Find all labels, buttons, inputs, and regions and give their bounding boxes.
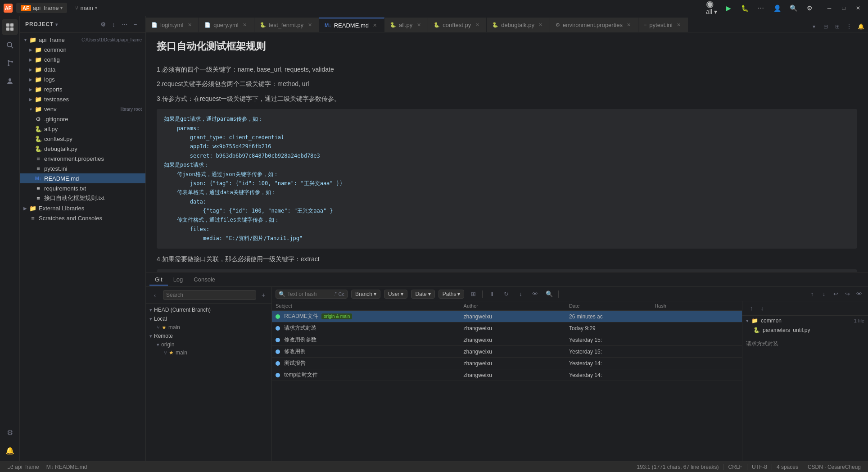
minimize-btn[interactable]: ─ xyxy=(823,2,836,14)
git-filter-paths[interactable]: Paths ▾ xyxy=(439,290,465,299)
tab-close-all[interactable]: ✕ xyxy=(415,21,422,28)
tab-close-test-fenmi[interactable]: ✕ xyxy=(306,21,313,28)
tree-item-requirements[interactable]: ≡ requirements.txt xyxy=(20,183,145,193)
git-commit-row-3[interactable]: 修改用例 zhangweixu Yesterday 15: xyxy=(272,346,742,358)
activity-notifications-icon[interactable]: 🔔 xyxy=(2,442,18,458)
tab-git[interactable]: Git xyxy=(149,274,168,286)
activity-git-icon[interactable] xyxy=(2,55,18,71)
tab-split-btn[interactable]: ⊟ xyxy=(820,21,831,32)
tree-item-scratches[interactable]: ≡ Scratches and Consoles xyxy=(20,213,145,223)
status-line-endings[interactable]: CRLF xyxy=(725,464,746,470)
git-remote-item[interactable]: ▾ Remote xyxy=(146,331,271,340)
tab-query[interactable]: 📄 query.yml ✕ xyxy=(199,18,254,32)
tree-item-common[interactable]: ▶ 📁 common xyxy=(20,45,145,54)
tab-list-btn[interactable]: ▾ xyxy=(809,21,819,32)
tree-item-config[interactable]: ▶ 📁 config xyxy=(20,54,145,64)
git-refresh-icon[interactable]: ↻ xyxy=(501,289,511,300)
git-filter-branch[interactable]: Branch ▾ xyxy=(351,290,380,299)
branch-selector[interactable]: ⑂ main ▾ xyxy=(71,3,101,13)
settings-btn[interactable]: ⚙ xyxy=(803,2,816,14)
git-expand-icon[interactable]: ↑ xyxy=(807,289,818,300)
tab-log[interactable]: Log xyxy=(168,274,189,286)
all-filter-btn[interactable]: 🔘 all ▾ xyxy=(706,2,719,14)
tab-login[interactable]: 📄 login.yml ✕ xyxy=(146,18,199,32)
git-collapse-icon[interactable]: ↓ xyxy=(818,289,829,300)
git-remote-origin-main[interactable]: ⑂ ★ main xyxy=(146,349,271,357)
git-undo-icon[interactable]: ↩ xyxy=(830,289,841,300)
panel-collapse-icon[interactable]: ↓ xyxy=(757,303,768,314)
tab-notification-btn[interactable]: 🔔 xyxy=(855,21,866,32)
git-changed-file-0[interactable]: 🐍 parameters_until.py xyxy=(742,326,868,335)
tab-pytest[interactable]: ≡ pytest.ini ✕ xyxy=(638,18,688,32)
status-indent[interactable]: 4 spaces xyxy=(773,464,802,470)
git-eye-icon[interactable]: 👁 xyxy=(529,289,540,300)
tree-item-conftest[interactable]: 🐍 conftest.py xyxy=(20,134,145,144)
tab-environment[interactable]: ⚙ environment.properties ✕ xyxy=(550,18,638,32)
tab-close-pytest[interactable]: ✕ xyxy=(675,21,683,28)
tree-item-logs[interactable]: ▶ 📁 logs xyxy=(20,74,145,84)
maximize-btn[interactable]: □ xyxy=(837,2,850,14)
project-selector[interactable]: AF api_frame ▾ xyxy=(16,3,67,13)
git-search2-icon[interactable]: 🔍 xyxy=(544,289,555,300)
git-commit-row-5[interactable]: temp临时文件 zhangweixu Yesterday 14: xyxy=(272,369,742,381)
tree-item-gitignore[interactable]: ⚙ .gitignore xyxy=(20,114,145,124)
git-filter-user[interactable]: User ▾ xyxy=(384,290,407,299)
tree-item-reports[interactable]: ▶ 📁 reports xyxy=(20,84,145,94)
tab-all[interactable]: 🐍 all.py ✕ xyxy=(384,18,428,32)
git-redo-icon[interactable]: ↪ xyxy=(842,289,853,300)
git-log-search-input[interactable] xyxy=(287,291,332,297)
sidebar-sort-icon[interactable]: ↕ xyxy=(109,20,118,29)
tab-close-query[interactable]: ✕ xyxy=(241,21,249,28)
tab-test-fenmi[interactable]: 🐍 test_fenmi.py ✕ xyxy=(254,18,319,32)
user-btn[interactable]: 👤 xyxy=(771,2,783,14)
tree-item-pytestini[interactable]: ≡ pytest.ini xyxy=(20,163,145,173)
activity-users-icon[interactable] xyxy=(2,73,18,89)
tree-item-debugtalk[interactable]: 🐍 debugtalk.py xyxy=(20,144,145,154)
close-btn[interactable]: ✕ xyxy=(852,2,864,14)
status-plugin[interactable]: CSDN · CesareCheug xyxy=(804,464,864,470)
tree-item-readme[interactable]: M↓ README.md xyxy=(20,173,145,183)
chevron-left-icon[interactable]: ‹ xyxy=(149,290,160,300)
tab-close-debugtalk[interactable]: ✕ xyxy=(537,21,544,28)
tab-console[interactable]: Console xyxy=(188,274,221,286)
case-sensitive-icon[interactable]: Cc xyxy=(339,291,344,297)
tree-item-extlibs[interactable]: ▶ 📁 External Libraries xyxy=(20,203,145,213)
tab-close-environment[interactable]: ✕ xyxy=(625,21,633,28)
git-filter-date[interactable]: Date ▾ xyxy=(411,290,434,299)
sidebar-collapse-icon[interactable]: − xyxy=(131,20,140,29)
git-commit-row-1[interactable]: 请求方式封装 zhangweixu Today 9:29 xyxy=(272,322,742,334)
sidebar-settings-icon[interactable]: ⚙ xyxy=(99,20,108,29)
git-commit-row-0[interactable]: README文件 origin & main zhangweixu 26 min… xyxy=(272,311,742,322)
tab-close-login[interactable]: ✕ xyxy=(186,21,193,28)
tab-more-btn[interactable]: ⋮ xyxy=(844,21,854,32)
git-commit-row-2[interactable]: 修改用例参数 zhangweixu Yesterday 15: xyxy=(272,334,742,346)
git-pause-icon[interactable]: ⏸ xyxy=(486,289,497,300)
status-cursor[interactable]: 193:1 (1771 chars, 67 line breaks) xyxy=(633,464,722,470)
git-fetch-icon[interactable]: ↓ xyxy=(515,289,526,300)
status-git-file[interactable]: M↓ README.md xyxy=(43,464,91,470)
more-btn[interactable]: ⋯ xyxy=(755,2,767,14)
run-btn[interactable]: ▶ xyxy=(722,2,735,14)
tree-item-testcases[interactable]: ▶ 📁 testcases xyxy=(20,94,145,104)
tree-item-allpy[interactable]: 🐍 all.py xyxy=(20,124,145,134)
tab-readme[interactable]: M↓ README.md ✕ xyxy=(319,18,384,32)
tree-item-venv[interactable]: ▾ 📁 venv library root xyxy=(20,104,145,114)
git-changed-folder[interactable]: ▾ 📁 common 1 file xyxy=(742,316,868,326)
status-encoding[interactable]: UTF-8 xyxy=(748,464,771,470)
git-new-branch-btn[interactable]: ⊞ xyxy=(468,289,479,300)
git-add-btn[interactable]: + xyxy=(259,290,268,300)
activity-project-icon[interactable] xyxy=(2,19,18,35)
git-commit-row-4[interactable]: 测试报告 zhangweixu Yesterday 14: xyxy=(272,358,742,369)
tab-close-readme[interactable]: ✕ xyxy=(371,22,379,29)
tab-layout-btn[interactable]: ⊞ xyxy=(832,21,843,32)
activity-search-icon[interactable] xyxy=(2,37,18,53)
tree-item-environment[interactable]: ≡ environment.properties xyxy=(20,154,145,163)
tree-item-api-frame[interactable]: ▾ 📁 api_frame C:\Users\1\Desktop\api_fra… xyxy=(20,35,145,45)
editor-content[interactable]: 接口自动化测试框架规则 1.必须有的四个一级关键字：name, base_url… xyxy=(146,32,868,272)
git-view-icon[interactable]: 👁 xyxy=(854,289,864,300)
git-remote-origin[interactable]: ▾ origin xyxy=(146,340,271,349)
tab-close-conftest[interactable]: ✕ xyxy=(474,21,481,28)
git-local-main[interactable]: ⑂ ★ main xyxy=(146,323,271,331)
tree-item-rules[interactable]: ≡ 接口自动化框架规则.txt xyxy=(20,193,145,203)
status-branch[interactable]: ⎇ api_frame xyxy=(4,464,43,470)
